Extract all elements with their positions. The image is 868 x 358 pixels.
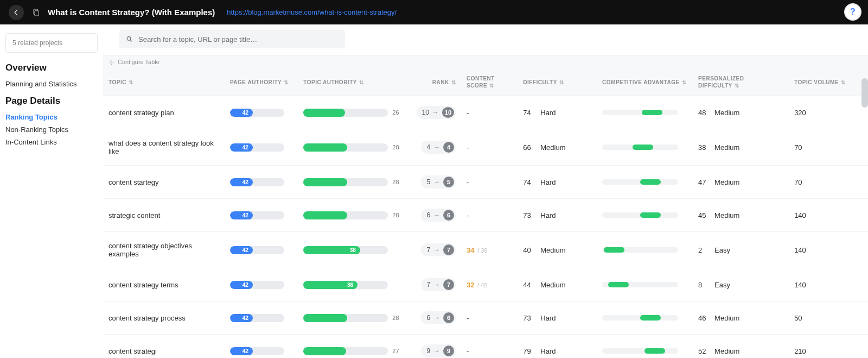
- topic-volume-cell: 210: [789, 335, 868, 359]
- topic-authority-cell: 38: [298, 232, 409, 268]
- content-score-cell: -: [461, 166, 518, 199]
- arrow-left-icon: [12, 9, 20, 16]
- personalized-difficulty-cell: 46Medium: [693, 302, 789, 335]
- gear-icon: [108, 59, 114, 65]
- col-topic-volume[interactable]: TOPIC VOLUME⇅: [789, 68, 868, 96]
- scrollbar-thumb[interactable]: [861, 78, 868, 108]
- top-bar: What is Content Strategy? (With Examples…: [0, 0, 868, 24]
- page-authority-cell: 42: [225, 302, 298, 335]
- rank-cell: 10→10: [409, 96, 461, 129]
- competitive-advantage-cell: [597, 268, 693, 302]
- topic-cell: content strategy objectives examples: [103, 232, 225, 268]
- nav-section-page-details: Page Details: [5, 96, 98, 106]
- back-button[interactable]: [9, 5, 24, 20]
- sort-icon: ⇅: [489, 83, 494, 89]
- topic-volume-cell: 140: [789, 232, 868, 268]
- table-row[interactable]: content strategy terms42367→732 / 4544Me…: [103, 268, 868, 302]
- table-row[interactable]: content strategy objectives examples4238…: [103, 232, 868, 268]
- col-competitive-advantage[interactable]: COMPETITIVE ADVANTAGE⇅: [597, 68, 693, 96]
- search-input[interactable]: [138, 35, 339, 43]
- table-row[interactable]: content strategy process42286→6-73Hard46…: [103, 302, 868, 335]
- topic-cell: content strategi: [103, 335, 225, 359]
- rank-cell: 6→6: [409, 302, 461, 335]
- topic-authority-cell: 28: [298, 129, 409, 166]
- difficulty-cell: 73Hard: [518, 302, 597, 335]
- svg-rect-1: [35, 10, 39, 15]
- topic-cell: content startegy: [103, 166, 225, 199]
- table-row[interactable]: content startegy42285→5-74Hard47Medium70: [103, 166, 868, 199]
- col-content-score[interactable]: CONTENT SCORE⇅: [461, 68, 518, 96]
- sort-icon: ⇅: [129, 79, 133, 85]
- page-authority-cell: 42: [225, 96, 298, 129]
- topic-volume-cell: 70: [789, 129, 868, 166]
- difficulty-cell: 44Medium: [518, 268, 597, 302]
- topic-authority-cell: 28: [298, 166, 409, 199]
- difficulty-cell: 66Medium: [518, 129, 597, 166]
- col-page-authority[interactable]: PAGE AUTHORITY⇅: [225, 68, 298, 96]
- rank-cell: 5→5: [409, 166, 461, 199]
- col-personalized-difficulty[interactable]: PERSONALIZED DIFFICULTY⇅: [693, 68, 789, 96]
- page-authority-cell: 42: [225, 166, 298, 199]
- content-score-cell: 32 / 45: [461, 268, 518, 302]
- content-score-cell: 34 / 39: [461, 232, 518, 268]
- rank-cell: 9→9: [409, 335, 461, 359]
- competitive-advantage-cell: [597, 335, 693, 359]
- topic-authority-cell: 36: [298, 268, 409, 302]
- personalized-difficulty-cell: 48Medium: [693, 96, 789, 129]
- svg-point-4: [111, 61, 112, 63]
- personalized-difficulty-cell: 2Easy: [693, 232, 789, 268]
- difficulty-cell: 73Hard: [518, 199, 597, 232]
- rank-cell: 6→6: [409, 199, 461, 232]
- table-row[interactable]: strategic content42286→6-73Hard45Medium1…: [103, 199, 868, 232]
- nav-ranking-topics[interactable]: Ranking Topics: [5, 111, 98, 123]
- nav-non-ranking-topics[interactable]: Non-Ranking Topics: [5, 123, 98, 136]
- svg-point-2: [127, 37, 131, 41]
- svg-line-3: [130, 40, 132, 42]
- topics-table: TOPIC⇅ PAGE AUTHORITY⇅ TOPIC AUTHORITY⇅ …: [103, 68, 868, 358]
- nav-in-content-links[interactable]: In-Content Links: [5, 136, 98, 148]
- page-authority-cell: 42: [225, 232, 298, 268]
- content-score-cell: -: [461, 335, 518, 359]
- copy-icon[interactable]: [31, 8, 40, 17]
- content-score-cell: -: [461, 129, 518, 166]
- table-row[interactable]: what does a content strategy look like42…: [103, 129, 868, 166]
- col-topic-authority[interactable]: TOPIC AUTHORITY⇅: [298, 68, 409, 96]
- col-topic[interactable]: TOPIC⇅: [103, 68, 225, 96]
- help-button[interactable]: ?: [844, 3, 861, 21]
- rank-cell: 7→7: [409, 268, 461, 302]
- table-row[interactable]: content strategi42279→9-79Hard52Medium21…: [103, 335, 868, 359]
- sort-icon: ⇅: [735, 83, 739, 89]
- topic-authority-cell: 28: [298, 199, 409, 232]
- topic-volume-cell: 50: [789, 302, 868, 335]
- personalized-difficulty-cell: 52Medium: [693, 335, 789, 359]
- sort-icon: ⇅: [284, 79, 289, 85]
- competitive-advantage-cell: [597, 166, 693, 199]
- topic-volume-cell: 320: [789, 96, 868, 129]
- rank-cell: 4→4: [409, 129, 461, 166]
- competitive-advantage-cell: [597, 302, 693, 335]
- page-authority-cell: 42: [225, 335, 298, 359]
- sort-icon: ⇅: [841, 79, 846, 85]
- col-difficulty[interactable]: DIFFICULTY⇅: [518, 68, 597, 96]
- sort-icon: ⇅: [359, 79, 364, 85]
- difficulty-cell: 74Hard: [518, 166, 597, 199]
- col-rank[interactable]: RANK⇅: [409, 68, 461, 96]
- topic-authority-cell: 27: [298, 335, 409, 359]
- configure-table-button[interactable]: Configure Table: [103, 55, 868, 68]
- competitive-advantage-cell: [597, 199, 693, 232]
- page-authority-cell: 42: [225, 129, 298, 166]
- related-projects-select[interactable]: 5 related projects: [5, 33, 98, 53]
- page-authority-cell: 42: [225, 268, 298, 302]
- table-row[interactable]: content strategy plan422610→10-74Hard48M…: [103, 96, 868, 129]
- personalized-difficulty-cell: 45Medium: [693, 199, 789, 232]
- competitive-advantage-cell: [597, 96, 693, 129]
- personalized-difficulty-cell: 47Medium: [693, 166, 789, 199]
- nav-planning-statistics[interactable]: Planning and Statistics: [5, 78, 98, 90]
- page-title: What is Content Strategy? (With Examples…: [48, 8, 215, 17]
- content-score-cell: -: [461, 96, 518, 129]
- topic-volume-cell: 140: [789, 268, 868, 302]
- content-score-cell: -: [461, 302, 518, 335]
- topic-volume-cell: 70: [789, 166, 868, 199]
- search-box[interactable]: [119, 30, 345, 48]
- page-url-link[interactable]: https://blog.marketmuse.com/what-is-cont…: [227, 8, 397, 16]
